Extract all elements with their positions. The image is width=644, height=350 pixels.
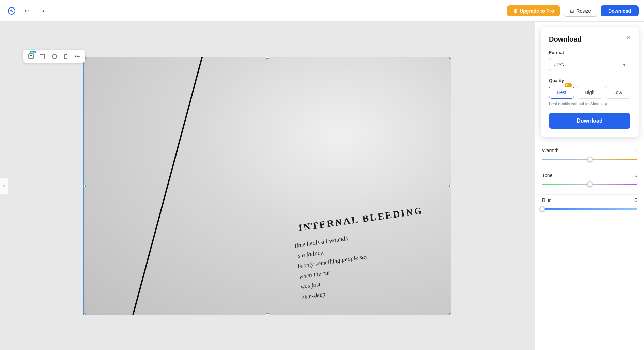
warmth-label: Warmth bbox=[542, 148, 558, 153]
quality-high-label: High bbox=[585, 90, 595, 95]
pro-badge: Pro bbox=[565, 83, 572, 87]
tone-label: Tone bbox=[542, 173, 552, 178]
book-image: INTERNAL BLEEDING time heals all wounds … bbox=[84, 57, 451, 315]
format-select[interactable]: JPG PNG PDF SVG bbox=[549, 58, 630, 71]
right-panel: Download ✕ Format JPG PNG PDF SVG Qualit… bbox=[535, 22, 644, 350]
tone-value: 0 bbox=[634, 173, 637, 178]
handle-top-middle[interactable] bbox=[266, 57, 269, 59]
crown-icon: ♛ bbox=[513, 8, 518, 14]
download-main-label: Download bbox=[577, 118, 602, 124]
quality-label: Quality bbox=[549, 78, 630, 83]
new-badge: New bbox=[30, 51, 36, 53]
logo-button[interactable] bbox=[5, 5, 18, 17]
topbar-right: ♛ Upgrade to Pro ⊞ Resize Download bbox=[507, 5, 639, 17]
handle-bottom-middle[interactable] bbox=[266, 313, 269, 315]
topbar: ↩ ↪ ♛ Upgrade to Pro ⊞ Resize Download bbox=[0, 0, 644, 22]
redo-button[interactable]: ↪ bbox=[35, 5, 48, 17]
modal-title: Download bbox=[549, 35, 630, 43]
modal-close-button[interactable]: ✕ bbox=[624, 33, 633, 42]
tone-adjustment: Tone 0 bbox=[542, 173, 637, 188]
quality-hint: Best quality without insMind logo bbox=[549, 101, 630, 106]
quality-best-label: Best bbox=[557, 90, 566, 95]
blur-header: Blur 0 bbox=[542, 197, 637, 203]
blur-adjustment: Blur 0 bbox=[542, 197, 637, 212]
quality-low-label: Low bbox=[613, 90, 622, 95]
divider-2 bbox=[542, 194, 637, 195]
warmth-header: Warmth 0 bbox=[542, 148, 637, 153]
topbar-left: ↩ ↪ bbox=[5, 5, 507, 17]
download-top-button[interactable]: Download bbox=[601, 5, 639, 16]
handle-middle-left[interactable] bbox=[83, 185, 86, 187]
ai-resize-button[interactable]: New bbox=[26, 51, 36, 61]
quality-best-button[interactable]: Pro Best bbox=[549, 86, 574, 99]
warmth-value: 0 bbox=[634, 148, 637, 153]
canvas-area: New ••• bbox=[0, 22, 535, 350]
more-options-button[interactable]: ••• bbox=[72, 51, 82, 61]
tone-track bbox=[542, 184, 637, 185]
tone-thumb[interactable] bbox=[587, 181, 593, 187]
handle-middle-right[interactable] bbox=[449, 185, 451, 187]
blur-value: 0 bbox=[634, 197, 637, 203]
svg-rect-2 bbox=[53, 55, 56, 58]
blur-track bbox=[542, 208, 637, 210]
upgrade-button[interactable]: ♛ Upgrade to Pro bbox=[507, 5, 560, 16]
crop-button[interactable] bbox=[37, 51, 48, 61]
divider-1 bbox=[542, 170, 637, 170]
resize-label: Resize bbox=[576, 8, 591, 14]
handle-bottom-left[interactable] bbox=[83, 313, 86, 315]
warmth-thumb[interactable] bbox=[587, 157, 593, 162]
blur-slider-wrap bbox=[542, 206, 637, 212]
upgrade-label: Upgrade to Pro bbox=[520, 8, 554, 14]
copy-button[interactable] bbox=[49, 51, 59, 61]
quality-low-button[interactable]: Low bbox=[605, 86, 630, 99]
format-label: Format bbox=[549, 50, 630, 55]
resize-button[interactable]: ⊞ Resize bbox=[564, 5, 597, 17]
warmth-slider-wrap bbox=[542, 156, 637, 163]
handle-top-right[interactable] bbox=[449, 57, 451, 59]
resize-icon: ⊞ bbox=[570, 8, 574, 14]
image-container[interactable]: INTERNAL BLEEDING time heals all wounds … bbox=[83, 57, 451, 315]
canvas-prev-arrow[interactable]: ‹ bbox=[0, 178, 8, 194]
more-dots-icon: ••• bbox=[75, 54, 80, 59]
book-poem: time heals all wounds is a fallacy, is o… bbox=[294, 223, 427, 303]
download-top-label: Download bbox=[608, 8, 631, 14]
adjustments-section: Warmth 0 Tone 0 bbox=[535, 142, 644, 225]
warmth-adjustment: Warmth 0 bbox=[542, 148, 637, 163]
undo-button[interactable]: ↩ bbox=[20, 5, 33, 17]
book-text-area: INTERNAL BLEEDING time heals all wounds … bbox=[298, 214, 424, 294]
download-main-button[interactable]: Download bbox=[549, 113, 630, 129]
floating-toolbar: New ••• bbox=[23, 50, 85, 63]
delete-button[interactable] bbox=[61, 51, 71, 61]
quality-options: Pro Best High Low bbox=[549, 86, 630, 99]
tone-header: Tone 0 bbox=[542, 173, 637, 178]
warmth-track bbox=[542, 159, 637, 160]
blur-label: Blur bbox=[542, 197, 551, 203]
handle-bottom-right[interactable] bbox=[449, 313, 451, 315]
tone-slider-wrap bbox=[542, 181, 637, 188]
svg-rect-1 bbox=[29, 54, 33, 59]
quality-high-button[interactable]: High bbox=[577, 86, 602, 99]
format-select-wrap: JPG PNG PDF SVG bbox=[549, 58, 630, 71]
close-icon: ✕ bbox=[626, 34, 631, 41]
download-modal: Download ✕ Format JPG PNG PDF SVG Qualit… bbox=[541, 27, 639, 137]
blur-thumb[interactable] bbox=[539, 206, 545, 212]
